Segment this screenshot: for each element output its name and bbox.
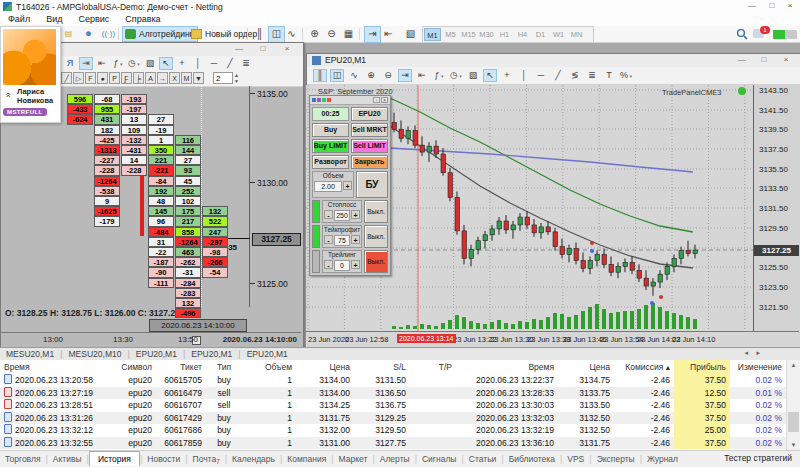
candles-chart-icon[interactable]: ◫	[268, 26, 285, 43]
window-tab-EPU20,M1[interactable]: EPU20,M1	[185, 348, 238, 360]
indicator-list-icon[interactable]: ▧	[403, 26, 418, 41]
tab-Библиотека[interactable]: Библиотека	[504, 452, 560, 466]
enable-strip[interactable]	[312, 225, 320, 248]
window-restore-icon[interactable]: □	[754, 55, 774, 64]
cluster-mode-button[interactable]: Ƒ	[121, 72, 132, 84]
column-header-Цена[interactable]: Цена	[558, 360, 614, 374]
price-scale[interactable]: 3143.503141.503139.503137.503135.503133.…	[753, 85, 800, 331]
cluster-mode-button[interactable]: P	[109, 72, 120, 84]
tab-Сигналы[interactable]: Сигналы	[417, 452, 461, 466]
tab-Новости[interactable]: Новости	[142, 452, 185, 466]
bars-chart-icon[interactable]: ║	[313, 69, 327, 82]
window-tab-MESU20,M10[interactable]: MESU20,M10	[63, 348, 128, 360]
bars-chart-icon[interactable]: ║	[252, 26, 267, 41]
cluster-mode-button[interactable]: A	[145, 72, 156, 84]
line-chart-icon[interactable]: ∿	[347, 69, 361, 82]
off-button[interactable]: Выкл.	[364, 225, 388, 248]
window-close-icon[interactable]: ×	[776, 55, 796, 64]
scroll-down-icon[interactable]: ▼	[787, 440, 800, 450]
timeframe-M1[interactable]: M1	[424, 28, 441, 41]
tab-Календарь[interactable]: Календарь	[227, 452, 280, 466]
tab-Журнал[interactable]: Журнал	[642, 452, 683, 466]
table-row[interactable]: 2020.06.23 13:31:26epu2060617429buy13131…	[0, 412, 786, 425]
tabs-scroll-right-icon[interactable]: ▸	[756, 349, 760, 357]
cluster-mode-button[interactable]: ▼	[193, 72, 204, 84]
connection-toggle[interactable]	[773, 30, 797, 39]
column-header-Комиссия[interactable]: Комиссия ▴	[614, 360, 674, 374]
trendline-icon[interactable]: ╱	[551, 69, 565, 82]
timeframe-M5[interactable]: M5	[442, 28, 459, 41]
autoscroll-icon[interactable]: ⇥	[79, 57, 93, 70]
plus-button[interactable]: +	[351, 235, 360, 244]
sell-market-button[interactable]: Sell MRKT	[351, 123, 388, 137]
table-row[interactable]: 2020.06.23 13:28:51epu2060616707sell1313…	[0, 399, 786, 412]
trendline-icon[interactable]: ╱	[223, 57, 237, 70]
periods-icon[interactable]: ◷ ▾	[449, 69, 463, 82]
minus-button[interactable]: -	[324, 235, 333, 244]
table-row[interactable]: 2020.06.23 13:20:58epu2060615705buy13134…	[0, 374, 786, 387]
value-input[interactable]: 250	[334, 210, 350, 221]
column-header-Объем[interactable]: Объем	[242, 360, 296, 374]
zoom-in-icon[interactable]: ⊕	[307, 26, 322, 41]
column-header-Время[interactable]: Время	[456, 360, 558, 374]
window-close-icon[interactable]: ×	[277, 44, 297, 53]
timeframe-W1[interactable]: W1	[550, 28, 567, 41]
autoscroll-icon[interactable]: ⇥	[398, 69, 412, 82]
vline-icon[interactable]: │	[517, 69, 531, 82]
window-restore-icon[interactable]: □	[253, 44, 273, 53]
line-chart-icon[interactable]: ∿	[284, 26, 299, 41]
sell-limit-button[interactable]: Sell LIMIT	[351, 139, 388, 153]
channel-icon[interactable]: ≣	[585, 69, 599, 82]
volume-plus-button[interactable]: +	[343, 181, 352, 190]
close-button[interactable]: Закрыть	[351, 155, 388, 169]
symbol-button[interactable]: EPU20	[351, 107, 388, 121]
tab-История[interactable]: История	[89, 451, 140, 466]
breakeven-button[interactable]: БУ	[356, 171, 388, 198]
timeframe-D1[interactable]: D1	[532, 28, 549, 41]
chart-shift-icon[interactable]: ⇤	[415, 69, 429, 82]
periods-icon[interactable]: ◷ ▾	[127, 57, 141, 70]
cluster-param-input[interactable]: 2	[213, 72, 233, 84]
trade-panel-titlebar[interactable]: ▫ ×	[310, 96, 390, 105]
scroll-up-icon[interactable]: ▲	[787, 360, 800, 370]
panel-close-icon[interactable]: ×	[381, 97, 388, 103]
cluster-mode-button[interactable]: ▷	[73, 72, 84, 84]
algo-trading-button[interactable]: Алготрейдинг	[122, 26, 198, 42]
window-minimize-icon[interactable]: —	[229, 44, 249, 53]
zoom-out-icon[interactable]: ⊖	[324, 26, 339, 41]
value-input[interactable]: 75	[334, 235, 350, 246]
timeframe-H4[interactable]: H4	[514, 28, 531, 41]
buy-limit-button[interactable]: Buy LIMIT	[312, 139, 349, 153]
value-input[interactable]: 0	[334, 260, 350, 271]
enable-strip[interactable]	[312, 200, 320, 223]
vline-icon[interactable]: │	[191, 57, 205, 70]
table-scrollbar[interactable]: ▲ ▼	[786, 360, 800, 450]
off-button[interactable]: Выкл.	[364, 200, 388, 223]
table-row[interactable]: 2020.06.23 13:32:12epu2060617686buy13132…	[0, 424, 786, 437]
tab-Активы[interactable]: Активы	[48, 452, 87, 466]
profile-popup[interactable]: » Лариса Новикова MSTRFULL	[0, 26, 61, 123]
param-spinner[interactable]: ▲▼	[234, 72, 239, 84]
minimize-button[interactable]: —	[744, 1, 760, 10]
tab-Маркет[interactable]: Маркет	[334, 452, 373, 466]
minus-button[interactable]: -	[324, 260, 333, 269]
menu-Сервис[interactable]: Сервис	[70, 13, 117, 24]
window-minimize-icon[interactable]: —	[732, 55, 752, 64]
shapes-icon[interactable]: % ▾	[619, 69, 633, 82]
history-header-row[interactable]: ВремяСимволТикетТипОбъемЦенаS/LT/PВремяЦ…	[0, 360, 786, 375]
cluster-mode-button[interactable]: ●	[97, 72, 108, 84]
tab-Компания[interactable]: Компания	[282, 452, 331, 466]
window-tab-EPU20,M1[interactable]: EPU20,M1	[241, 348, 294, 360]
table-row[interactable]: 2020.06.23 13:27:19epu2060616479sell1313…	[0, 387, 786, 400]
cluster-mode-button[interactable]: ╱	[61, 72, 72, 84]
autoscroll-icon[interactable]: ⇥	[364, 26, 381, 43]
tab-VPS[interactable]: VPS	[562, 452, 589, 466]
fibo-icon[interactable]: ≶	[568, 69, 582, 82]
text-icon[interactable]: T	[602, 69, 616, 82]
contacts-icon[interactable]: ☻	[81, 26, 96, 41]
column-header-Символ[interactable]: Символ	[110, 360, 156, 374]
plus-button[interactable]: +	[351, 260, 360, 269]
fibo-icon[interactable]: ≣	[239, 57, 253, 70]
cluster-mode-button[interactable]: X	[169, 72, 180, 84]
tab-Алерты[interactable]: Алерты	[375, 452, 415, 466]
